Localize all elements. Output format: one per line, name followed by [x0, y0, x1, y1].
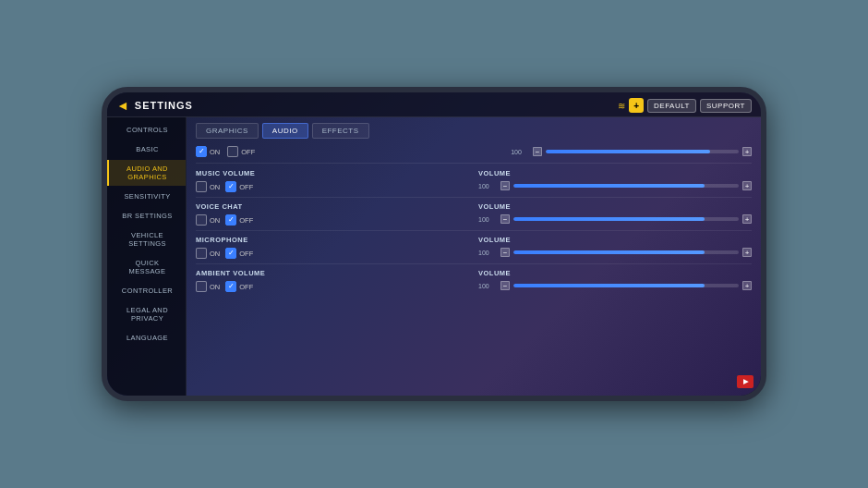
music-volume-label: VOLUME — [478, 169, 752, 177]
header: ◄ SETTINGS ≋ + DEFAULT SUPPORT — [107, 92, 761, 117]
voice-slider-minus[interactable]: − — [500, 214, 510, 224]
sidebar-item-controls[interactable]: CONTROLS — [107, 121, 186, 139]
music-off-toggle[interactable]: OFF — [225, 181, 253, 192]
mic-on-label: ON — [210, 250, 220, 258]
mic-left: MICROPHONE ON OFF — [196, 236, 469, 259]
mic-right: VOLUME 100 − + — [478, 236, 752, 259]
top-slider-minus[interactable]: − — [533, 147, 542, 156]
music-slider-minus[interactable]: − — [500, 181, 510, 190]
settings-container: ◄ SETTINGS ≋ + DEFAULT SUPPORT CONTROLS … — [107, 92, 761, 396]
ambient-off-toggle[interactable]: OFF — [225, 281, 253, 292]
ambient-on-toggle[interactable]: ON — [196, 281, 220, 292]
voice-off-label: OFF — [239, 216, 253, 225]
mic-on-checkbox[interactable] — [196, 248, 207, 259]
mic-slider-minus[interactable]: − — [500, 248, 510, 257]
top-slider-track[interactable] — [546, 150, 739, 153]
voice-slider-plus[interactable]: + — [742, 214, 752, 224]
mic-off-toggle[interactable]: OFF — [225, 248, 253, 259]
voice-toggle-row: ON OFF — [196, 214, 469, 226]
sidebar-item-br-settings[interactable]: BR SETTINGS — [107, 207, 186, 225]
top-off-toggle[interactable]: OFF — [227, 146, 255, 157]
voice-slider-fill — [513, 217, 705, 221]
music-volume-val: 100 — [478, 183, 497, 189]
ambient-slider-track[interactable] — [513, 284, 739, 287]
top-slider-plus[interactable]: + — [742, 147, 752, 156]
mic-slider-row: 100 − + — [478, 248, 752, 257]
sidebar-item-vehicle[interactable]: VEHICLE SETTINGS — [107, 226, 186, 252]
wifi-icon: ≋ — [618, 101, 625, 111]
mic-slider-fill — [513, 250, 705, 254]
music-slider-plus[interactable]: + — [742, 181, 752, 190]
sidebar-item-quick-message[interactable]: QUICK MESSAGE — [107, 254, 186, 280]
mic-off-label: OFF — [239, 250, 253, 258]
mic-off-checkbox[interactable] — [225, 248, 236, 259]
voice-off-toggle[interactable]: OFF — [225, 214, 253, 226]
ambient-on-checkbox[interactable] — [196, 281, 207, 292]
voice-volume-label: VOLUME — [478, 202, 752, 211]
divider-2 — [196, 230, 752, 231]
ambient-slider-row: 100 − + — [478, 281, 752, 290]
voice-label: VOICE CHAT — [196, 202, 469, 211]
mic-toggle-row: ON OFF — [196, 248, 469, 259]
ambient-slider-minus[interactable]: − — [500, 281, 510, 290]
mic-slider-track[interactable] — [513, 250, 739, 254]
top-toggle-row: ON OFF 100 − + — [196, 146, 752, 164]
header-right: ≋ + DEFAULT SUPPORT — [618, 98, 752, 113]
tab-graphics[interactable]: GRAPHICS — [196, 123, 259, 139]
sidebar-item-language[interactable]: LANGUAGE — [107, 329, 186, 347]
tabs-bar: GRAPHICS AUDIO EFFECTS — [196, 123, 752, 139]
music-on-checkbox[interactable] — [196, 181, 207, 192]
ambient-left: AMBIENT VOLUME ON OFF — [196, 269, 469, 292]
music-right: VOLUME 100 − + — [478, 169, 752, 192]
mic-slider-plus[interactable]: + — [742, 248, 752, 257]
sidebar-item-audio-graphics[interactable]: AUDIO AND GRAPHICS — [107, 160, 186, 186]
setting-row-voice: VOICE CHAT ON OFF — [196, 202, 752, 226]
ambient-off-checkbox[interactable] — [225, 281, 236, 292]
music-on-toggle[interactable]: ON — [196, 181, 220, 192]
tab-audio[interactable]: AUDIO — [262, 123, 308, 139]
ambient-right: VOLUME 100 − + — [478, 269, 752, 292]
voice-on-toggle[interactable]: ON — [196, 214, 220, 226]
voice-off-checkbox[interactable] — [225, 214, 236, 226]
tab-effects[interactable]: EFFECTS — [312, 123, 369, 139]
phone-shell: ◄ SETTINGS ≋ + DEFAULT SUPPORT CONTROLS … — [102, 87, 766, 401]
settings-rows: ON OFF 100 − + — [196, 146, 752, 292]
header-left: ◄ SETTINGS — [116, 98, 193, 113]
top-volume-val: 100 — [511, 149, 529, 155]
voice-left: VOICE CHAT ON OFF — [196, 202, 469, 226]
sidebar-item-basic[interactable]: BASIC — [107, 140, 186, 158]
content-area: GRAPHICS AUDIO EFFECTS ON OFF — [187, 117, 761, 396]
ambient-on-label: ON — [210, 283, 220, 291]
top-on-toggle[interactable]: ON — [196, 146, 220, 157]
music-slider-track[interactable] — [513, 184, 739, 188]
top-off-checkbox[interactable] — [227, 146, 238, 157]
top-on-label: ON — [210, 148, 220, 156]
setting-row-ambient: AMBIENT VOLUME ON OFF — [196, 269, 752, 292]
support-button[interactable]: SUPPORT — [700, 99, 752, 113]
mic-volume-label: VOLUME — [478, 236, 752, 244]
ambient-slider-plus[interactable]: + — [742, 281, 752, 290]
music-slider-row: 100 − + — [478, 181, 752, 190]
sidebar: CONTROLS BASIC AUDIO AND GRAPHICS SENSIT… — [107, 117, 187, 396]
sidebar-item-legal-privacy[interactable]: LEGAL AND PRIVACY — [107, 301, 186, 327]
voice-on-checkbox[interactable] — [196, 214, 207, 226]
default-button[interactable]: DEFAULT — [647, 99, 696, 113]
bottom-logo: ▶ — [737, 375, 753, 388]
mic-on-toggle[interactable]: ON — [196, 248, 220, 259]
divider-1 — [196, 197, 752, 198]
top-slider-fill — [546, 150, 710, 153]
ambient-off-label: OFF — [239, 283, 253, 291]
ambient-volume-label: VOLUME — [478, 269, 752, 277]
voice-slider-track[interactable] — [513, 217, 739, 221]
divider-3 — [196, 263, 752, 264]
plus-button[interactable]: + — [629, 98, 644, 113]
back-icon[interactable]: ◄ — [116, 98, 129, 113]
ambient-volume-val: 100 — [478, 283, 497, 289]
main-body: CONTROLS BASIC AUDIO AND GRAPHICS SENSIT… — [107, 117, 761, 396]
music-toggle-row: ON OFF — [196, 181, 469, 192]
top-on-checkbox[interactable] — [196, 146, 207, 157]
sidebar-item-controller[interactable]: CONTROLLER — [107, 282, 186, 299]
sidebar-item-sensitivity[interactable]: SENSITIVITY — [107, 188, 186, 205]
ambient-label: AMBIENT VOLUME — [196, 269, 469, 277]
music-off-checkbox[interactable] — [225, 181, 236, 192]
